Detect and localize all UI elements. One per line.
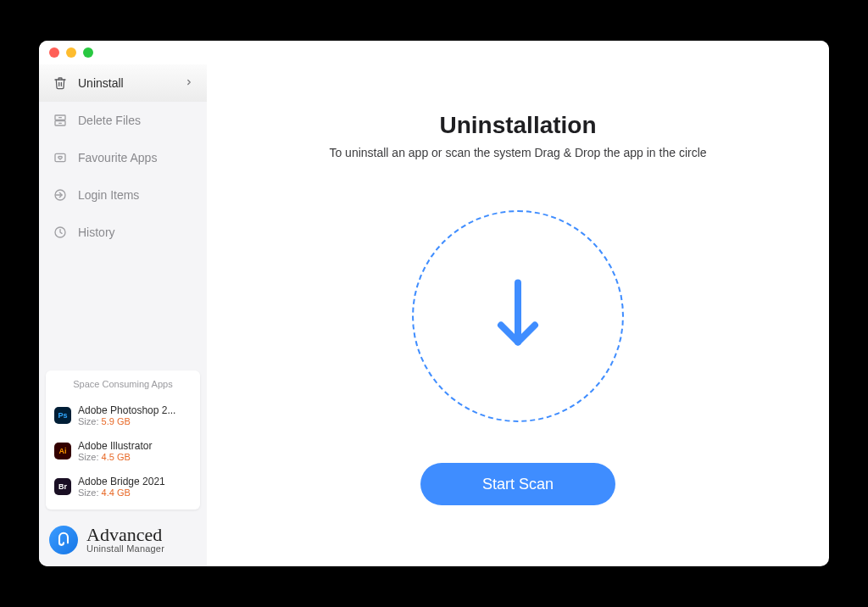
brand-title: Advanced [86,525,164,544]
window-close-button[interactable] [49,47,59,58]
window-maximize-button[interactable] [83,47,93,58]
trash-icon [53,75,68,91]
sidebar-nav: Uninstall Delete Files Favourite Apps [39,64,207,251]
app-icon: Ps [54,407,71,424]
app-name: Adobe Illustrator [78,440,192,452]
sidebar-item-label: Delete Files [78,114,193,127]
sidebar-item-delete-files[interactable]: Delete Files [39,102,207,139]
sidebar: Uninstall Delete Files Favourite Apps [39,64,207,566]
brand: Advanced Uninstall Manager [39,516,207,566]
sidebar-item-label: Login Items [78,188,193,202]
sidebar-item-favourite-apps[interactable]: Favourite Apps [39,139,207,176]
page-title: Uninstallation [439,112,596,139]
titlebar [39,41,829,64]
arrow-down-icon [492,278,543,354]
sidebar-item-login-items[interactable]: Login Items [39,176,207,214]
svg-rect-4 [55,153,65,161]
sidebar-item-label: Uninstall [78,76,175,90]
start-scan-button[interactable]: Start Scan [420,463,615,505]
app-window: Uninstall Delete Files Favourite Apps [39,41,829,566]
sidebar-item-label: History [78,226,193,239]
app-row[interactable]: Ai Adobe Illustrator Size: 4.5 GB [54,433,192,469]
login-icon [53,187,68,203]
main-content: Uninstallation To uninstall an app or sc… [207,64,829,566]
clock-icon [53,225,68,240]
app-size: Size: 4.4 GB [78,487,192,498]
app-row[interactable]: Ps Adobe Photoshop 2... Size: 5.9 GB [54,398,192,433]
app-icon: Br [54,478,71,495]
drop-target-circle[interactable] [412,210,624,422]
brand-logo-icon [49,526,78,554]
space-apps-title: Space Consuming Apps [54,379,192,389]
space-consuming-apps-panel: Space Consuming Apps Ps Adobe Photoshop … [46,370,200,510]
chevron-right-icon [185,76,193,91]
sidebar-item-history[interactable]: History [39,214,207,251]
app-icon: Ai [54,443,71,459]
page-subtitle: To uninstall an app or scan the system D… [329,146,706,159]
app-size: Size: 5.9 GB [78,416,192,426]
heart-box-icon [53,150,68,165]
app-row[interactable]: Br Adobe Bridge 2021 Size: 4.4 GB [54,469,192,504]
window-minimize-button[interactable] [66,47,76,58]
drawer-icon [53,113,68,128]
sidebar-item-uninstall[interactable]: Uninstall [39,64,207,102]
brand-subtitle: Uninstall Manager [86,544,164,554]
app-name: Adobe Bridge 2021 [78,476,192,487]
app-size: Size: 4.5 GB [78,452,192,462]
app-name: Adobe Photoshop 2... [78,404,192,416]
sidebar-item-label: Favourite Apps [78,151,193,164]
